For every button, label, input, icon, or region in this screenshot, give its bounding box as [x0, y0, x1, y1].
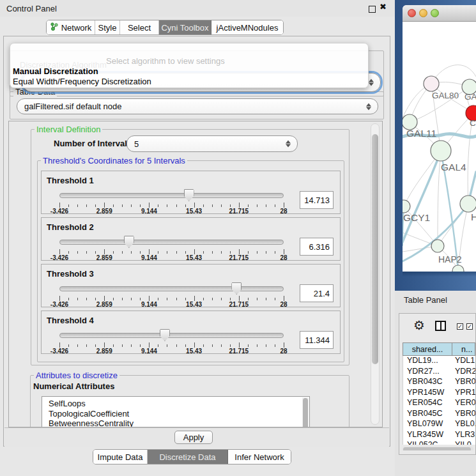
close-icon[interactable]: ✖ [380, 2, 387, 12]
table-cell-shared-name[interactable]: YBR045C [403, 409, 452, 420]
split-columns-icon[interactable] [435, 321, 446, 331]
table-row[interactable]: YBR045CYBR0... [403, 409, 475, 420]
tab-discretize-data[interactable]: Discretize Data [148, 450, 228, 464]
slider-tick [59, 249, 60, 254]
slider-tick [140, 204, 141, 207]
slider-scale-label: 21.715 [229, 254, 249, 261]
slider-tick [239, 342, 240, 348]
slider-tick [131, 204, 132, 207]
slider-thumb[interactable] [231, 282, 242, 295]
float-window-icon[interactable] [369, 6, 376, 13]
scrollbar-thumb[interactable] [403, 447, 471, 450]
table-cell-name[interactable]: YBR0... [452, 377, 475, 388]
node-right-mid[interactable] [460, 196, 476, 212]
table-cell-shared-name[interactable]: YPR145W [403, 388, 452, 399]
node-hap2[interactable] [431, 240, 444, 252]
slider-thumb[interactable] [160, 329, 170, 341]
attribute-item[interactable]: BetweennessCentrality [49, 418, 309, 427]
scrollbar-thumb[interactable] [372, 134, 378, 364]
table-row[interactable]: YPR145WYPR1... [403, 388, 475, 399]
node-gal80[interactable] [424, 76, 439, 91]
table-data-combobox[interactable]: galFiltered.sif default node [17, 98, 378, 114]
network-window-frame: GAL80 GA C GAL11 GAL4 GCY1 H HAP2 [395, 0, 476, 291]
table-cell-name[interactable]: YBL0... [452, 419, 475, 430]
slider-tick [230, 298, 231, 300]
network-window-titlebar[interactable] [403, 5, 476, 22]
minimize-traffic-light[interactable] [419, 9, 427, 17]
threshold-value-input[interactable] [300, 238, 334, 256]
table-cell-shared-name[interactable]: YLR345W [403, 430, 452, 441]
threshold-value-input[interactable] [300, 191, 334, 209]
close-traffic-light[interactable] [408, 9, 416, 17]
threshold-slider[interactable]: -3.4262.8599.14415.4321.71528 [59, 282, 284, 307]
zoom-traffic-light[interactable] [431, 9, 439, 17]
table-row[interactable]: YLR345WYLR3... [403, 430, 475, 441]
slider-tick [86, 298, 87, 300]
table-row[interactable]: YER054CYER0... [403, 398, 475, 409]
table-cell-name[interactable]: YLR3... [452, 430, 475, 441]
node-gcy1[interactable] [403, 200, 410, 213]
threshold-label: Threshold 1 [47, 176, 94, 185]
slider-track[interactable] [59, 286, 284, 291]
tab-network[interactable]: Network [47, 20, 95, 35]
tab-jactivemnodules[interactable]: jActiveMNodules [211, 20, 283, 35]
tab-cyni-toolbox[interactable]: Cyni Toolbox [159, 20, 211, 35]
num-intervals-combobox[interactable]: 5 [127, 135, 298, 152]
slider-tick [266, 204, 266, 207]
apply-button[interactable]: Apply [174, 431, 213, 444]
checkbox-icon[interactable]: ✓ [457, 323, 463, 330]
table-cell-name[interactable]: YIL0... [452, 440, 475, 445]
table-row[interactable]: YDR27...YDR2... [403, 367, 475, 378]
table-cell-name[interactable]: YBR0... [452, 409, 475, 420]
threshold-value-input[interactable] [300, 284, 334, 302]
panel-vertical-scrollbar[interactable] [371, 123, 380, 425]
dropdown-option-equal-width[interactable]: Equal Width/Frequency Discretization [13, 77, 151, 86]
slider-tick [104, 203, 105, 208]
table-cell-name[interactable]: YER0... [452, 398, 475, 409]
slider-scale-label: -3.426 [50, 348, 68, 355]
dropdown-option-manual-discretization[interactable]: Manual Discretization [13, 66, 98, 76]
slider-tick [59, 342, 60, 348]
column-header-shared-name[interactable]: shared... [403, 343, 452, 355]
slider-tick [131, 298, 132, 300]
threshold-slider[interactable]: -3.4262.8599.14415.4321.71528 [59, 189, 284, 213]
table-cell-shared-name[interactable]: YDR27... [403, 367, 452, 378]
threshold-value-input[interactable] [300, 331, 334, 349]
table-row[interactable]: YBR043CYBR0... [403, 377, 475, 388]
table-row[interactable]: YBL079WYBL0... [403, 419, 475, 430]
scrollbar-thumb[interactable] [303, 398, 308, 427]
table-cell-shared-name[interactable]: YBL079W [403, 419, 452, 430]
tab-impute-data[interactable]: Impute Data [93, 450, 148, 464]
attributes-list-scrollbar[interactable] [302, 397, 309, 427]
tab-select[interactable]: Select [120, 20, 159, 35]
slider-track[interactable] [59, 193, 284, 198]
slider-thumb[interactable] [184, 189, 194, 201]
checkbox-icon[interactable]: ✓ [466, 323, 473, 330]
table-cell-shared-name[interactable]: YER054C [403, 398, 452, 409]
slider-tick [230, 204, 231, 207]
node-gal4[interactable] [431, 141, 451, 161]
threshold-slider[interactable]: -3.4262.8599.14415.4321.71528 [59, 236, 284, 260]
slider-tick [275, 298, 275, 300]
slider-track[interactable] [59, 333, 284, 338]
table-row[interactable]: YDL19...YDL1... [403, 356, 475, 367]
table-cell-name[interactable]: YPR1... [452, 388, 475, 399]
attribute-item[interactable]: SelfLoops [49, 399, 309, 409]
gear-icon[interactable]: ⚙ [413, 318, 425, 333]
table-horizontal-scrollbar[interactable] [403, 447, 473, 450]
table-cell-name[interactable]: YDR2... [452, 367, 475, 378]
table-row[interactable]: YIL052CYIL0... [403, 440, 475, 445]
attribute-item[interactable]: TopologicalCoefficient [49, 409, 309, 419]
tab-style[interactable]: Style [95, 20, 120, 35]
tab-infer-network[interactable]: Infer Network [228, 450, 291, 464]
column-header-name[interactable]: n... [452, 343, 475, 355]
table-cell-name[interactable]: YDL1... [452, 356, 475, 367]
table-cell-shared-name[interactable]: YBR043C [403, 377, 452, 388]
slider-thumb[interactable] [124, 236, 134, 248]
table-cell-shared-name[interactable]: YIL052C [403, 440, 452, 445]
slider-track[interactable] [59, 240, 284, 245]
node-partial-bottom[interactable] [452, 265, 464, 272]
network-canvas[interactable]: GAL80 GA C GAL11 GAL4 GCY1 H HAP2 [403, 22, 476, 272]
threshold-slider[interactable]: -3.4262.8599.14415.4321.71528 [59, 329, 284, 353]
table-cell-shared-name[interactable]: YDL19... [403, 356, 452, 367]
